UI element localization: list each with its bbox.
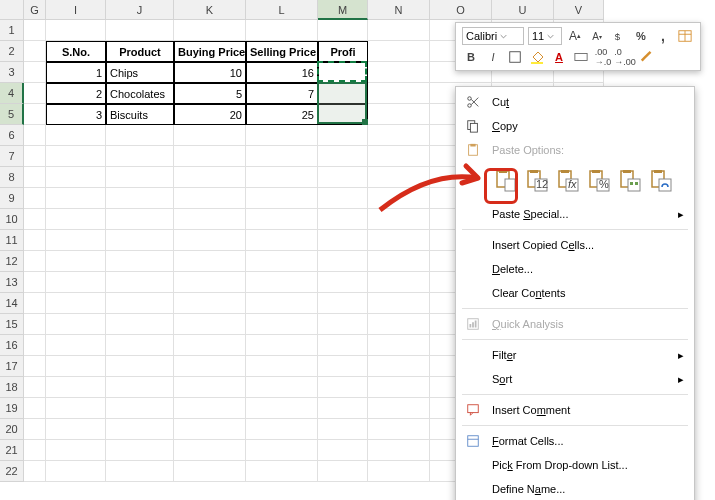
row-header-20[interactable]: 20	[0, 419, 24, 440]
cell-J10[interactable]	[106, 209, 174, 230]
col-header-N[interactable]: N	[368, 0, 430, 20]
cell-I14[interactable]	[46, 293, 106, 314]
cell-L17[interactable]	[246, 356, 318, 377]
cell-M6[interactable]	[318, 125, 368, 146]
col-header-G[interactable]: G	[24, 0, 46, 20]
cell-K18[interactable]	[174, 377, 246, 398]
cell-K21[interactable]	[174, 440, 246, 461]
cell-M5[interactable]	[318, 104, 368, 125]
cell-L1[interactable]	[246, 20, 318, 41]
border-button[interactable]	[506, 48, 524, 66]
paste-option-nb[interactable]	[616, 166, 644, 196]
row-header-13[interactable]: 13	[0, 272, 24, 293]
cell-K4[interactable]: 5	[174, 83, 246, 104]
cell-L18[interactable]	[246, 377, 318, 398]
col-header-J[interactable]: J	[106, 0, 174, 20]
cell-N3[interactable]	[368, 62, 430, 83]
cell-M11[interactable]	[318, 230, 368, 251]
cell-L15[interactable]	[246, 314, 318, 335]
cell-G16[interactable]	[24, 335, 46, 356]
row-header-4[interactable]: 4	[0, 83, 24, 104]
cell-L20[interactable]	[246, 419, 318, 440]
col-header-O[interactable]: O	[430, 0, 492, 20]
cell-J8[interactable]	[106, 167, 174, 188]
cell-N16[interactable]	[368, 335, 430, 356]
cell-I21[interactable]	[46, 440, 106, 461]
cell-N9[interactable]	[368, 188, 430, 209]
col-header-I[interactable]: I	[46, 0, 106, 20]
cell-G18[interactable]	[24, 377, 46, 398]
cell-M17[interactable]	[318, 356, 368, 377]
cell-M16[interactable]	[318, 335, 368, 356]
cell-K1[interactable]	[174, 20, 246, 41]
cell-G3[interactable]	[24, 62, 46, 83]
col-header-L[interactable]: L	[246, 0, 318, 20]
col-header-V[interactable]: V	[554, 0, 604, 20]
menu-format-cells[interactable]: Format Cells...	[456, 429, 694, 453]
menu-cut[interactable]: Cut	[456, 90, 694, 114]
menu-clear-contents[interactable]: Clear Contents	[456, 281, 694, 305]
cell-N5[interactable]	[368, 104, 430, 125]
cell-M10[interactable]	[318, 209, 368, 230]
cell-L10[interactable]	[246, 209, 318, 230]
cell-M8[interactable]	[318, 167, 368, 188]
cell-I13[interactable]	[46, 272, 106, 293]
cell-L12[interactable]	[246, 251, 318, 272]
cell-L6[interactable]	[246, 125, 318, 146]
cell-M7[interactable]	[318, 146, 368, 167]
cell-J7[interactable]	[106, 146, 174, 167]
cell-K14[interactable]	[174, 293, 246, 314]
paste-option-link[interactable]	[647, 166, 675, 196]
cell-J19[interactable]	[106, 398, 174, 419]
cell-J5[interactable]: Biscuits	[106, 104, 174, 125]
cell-N11[interactable]	[368, 230, 430, 251]
cell-G7[interactable]	[24, 146, 46, 167]
row-header-14[interactable]: 14	[0, 293, 24, 314]
cell-I17[interactable]	[46, 356, 106, 377]
format-painter-button[interactable]	[638, 48, 656, 66]
cell-I1[interactable]	[46, 20, 106, 41]
cell-L2[interactable]: Selling Price	[246, 41, 318, 62]
col-header-M[interactable]: M	[318, 0, 368, 20]
cell-N17[interactable]	[368, 356, 430, 377]
paste-option-paste[interactable]	[492, 166, 520, 196]
cell-N13[interactable]	[368, 272, 430, 293]
cell-M18[interactable]	[318, 377, 368, 398]
cell-G11[interactable]	[24, 230, 46, 251]
cell-M9[interactable]	[318, 188, 368, 209]
cell-K16[interactable]	[174, 335, 246, 356]
menu-pick-dropdown[interactable]: Pick From Drop-down List...	[456, 453, 694, 477]
row-header-3[interactable]: 3	[0, 62, 24, 83]
cell-J13[interactable]	[106, 272, 174, 293]
cell-I22[interactable]	[46, 461, 106, 482]
cell-N1[interactable]	[368, 20, 430, 41]
cell-N15[interactable]	[368, 314, 430, 335]
row-header-7[interactable]: 7	[0, 146, 24, 167]
cell-J1[interactable]	[106, 20, 174, 41]
menu-filter[interactable]: Filter▸	[456, 343, 694, 367]
row-header-12[interactable]: 12	[0, 251, 24, 272]
cell-L13[interactable]	[246, 272, 318, 293]
cell-I16[interactable]	[46, 335, 106, 356]
cell-J22[interactable]	[106, 461, 174, 482]
cell-I12[interactable]	[46, 251, 106, 272]
cell-J2[interactable]: Product	[106, 41, 174, 62]
cell-N7[interactable]	[368, 146, 430, 167]
font-select[interactable]: Calibri	[462, 27, 524, 45]
cell-K20[interactable]	[174, 419, 246, 440]
cell-L16[interactable]	[246, 335, 318, 356]
cell-M2[interactable]: Profi	[318, 41, 368, 62]
cell-I18[interactable]	[46, 377, 106, 398]
increase-decimal-button[interactable]: .0→.00	[616, 48, 634, 66]
size-select[interactable]: 11	[528, 27, 562, 45]
cell-G21[interactable]	[24, 440, 46, 461]
row-header-16[interactable]: 16	[0, 335, 24, 356]
menu-insert-copied[interactable]: Insert Copied Cells...	[456, 233, 694, 257]
cell-J14[interactable]	[106, 293, 174, 314]
col-header-U[interactable]: U	[492, 0, 554, 20]
cell-L4[interactable]: 7	[246, 83, 318, 104]
row-header-22[interactable]: 22	[0, 461, 24, 482]
cell-J15[interactable]	[106, 314, 174, 335]
cell-L21[interactable]	[246, 440, 318, 461]
cell-N18[interactable]	[368, 377, 430, 398]
